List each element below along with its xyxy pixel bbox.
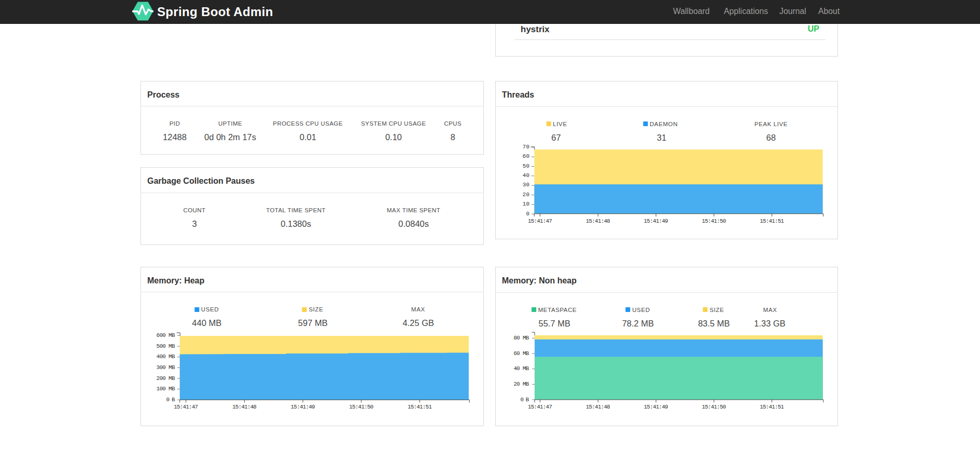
svg-text:60 MB: 60 MB <box>513 350 529 357</box>
svg-text:15:41:50: 15:41:50 <box>702 218 726 224</box>
svg-text:15:41:47: 15:41:47 <box>174 403 198 410</box>
svg-text:400 MB: 400 MB <box>157 353 175 360</box>
svg-text:20 MB: 20 MB <box>513 381 529 387</box>
svg-text:30: 30 <box>523 182 529 188</box>
svg-text:80 MB: 80 MB <box>513 335 529 341</box>
svg-text:15:41:48: 15:41:48 <box>232 403 257 410</box>
svg-text:15:41:51: 15:41:51 <box>760 404 784 410</box>
svg-text:100 MB: 100 MB <box>157 386 175 392</box>
svg-text:15:41:51: 15:41:51 <box>408 403 432 410</box>
svg-text:300 MB: 300 MB <box>157 364 175 371</box>
svg-text:600 MB: 600 MB <box>157 332 175 338</box>
svg-text:0 B: 0 B <box>166 396 175 402</box>
svg-text:40: 40 <box>523 172 529 179</box>
svg-text:15:41:47: 15:41:47 <box>528 404 552 410</box>
svg-text:70: 70 <box>523 144 529 150</box>
svg-text:15:41:50: 15:41:50 <box>702 404 726 410</box>
svg-text:40 MB: 40 MB <box>513 365 529 372</box>
svg-text:0: 0 <box>526 211 529 217</box>
svg-text:15:41:48: 15:41:48 <box>586 404 610 410</box>
svg-text:15:41:49: 15:41:49 <box>644 404 668 410</box>
svg-text:500 MB: 500 MB <box>157 343 175 349</box>
svg-text:50: 50 <box>523 163 529 169</box>
svg-text:15:41:49: 15:41:49 <box>291 403 315 410</box>
svg-text:200 MB: 200 MB <box>157 375 175 381</box>
svg-text:15:41:48: 15:41:48 <box>586 218 610 224</box>
svg-text:20: 20 <box>523 192 529 198</box>
svg-text:60: 60 <box>523 153 529 159</box>
svg-text:15:41:49: 15:41:49 <box>644 218 668 224</box>
svg-text:10: 10 <box>523 201 529 207</box>
svg-text:0 B: 0 B <box>520 397 529 403</box>
svg-text:15:41:51: 15:41:51 <box>760 218 784 224</box>
svg-text:15:41:47: 15:41:47 <box>528 218 552 224</box>
svg-text:15:41:50: 15:41:50 <box>349 403 373 410</box>
